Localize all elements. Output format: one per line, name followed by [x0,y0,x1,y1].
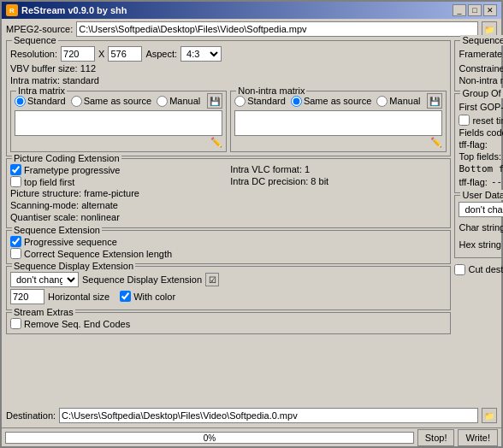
stream-extras-content: Remove Seq. End Codes [10,318,447,329]
top-fields-row: Top fields: [459,151,503,162]
user-data-title: User Data [460,190,503,200]
non-intra-standard-radio-input[interactable] [234,96,246,107]
stream-extras-title: Stream Extras [12,307,75,317]
title-bar: R ReStream v0.9.0 by shh _ □ ✕ [2,2,501,19]
cut-label: Cut destination at Sequence: [468,264,503,274]
non-intra-load-button[interactable]: 💾 [427,93,442,109]
remove-checkbox[interactable] [10,318,21,329]
intra-same-radio-input[interactable] [71,96,82,107]
progress-text: 0% [6,433,413,445]
destination-input[interactable] [59,408,478,423]
display-enable-button[interactable]: ☑ [205,273,219,286]
non-intra-edit-icon[interactable]: ✏️ [430,137,442,147]
horizontal-label: Horizontal size [48,292,109,302]
picture-coding-left: Frametype progressive top field first [10,164,227,188]
sequence-display-group: Sequence Display Extension don't change … [6,266,451,310]
destination-row: Destination: 📁 [6,408,497,423]
bottom-fields-label: Bottom fields: IBBPBBPBBP [459,163,503,174]
intra-standard-radio-input[interactable] [15,96,26,107]
minimize-button[interactable]: _ [453,4,466,16]
stop-button[interactable]: Stop! [417,429,455,446]
write-button[interactable]: Write! [458,429,498,446]
mpeg-source-input[interactable] [76,21,478,37]
user-data-group: User Data don't change User Data ☑ [454,195,503,258]
char-row: Char string [459,220,503,235]
topfield-label: top field first [24,177,74,187]
window-title: ReStream v0.9.0 by shh [21,5,127,15]
sequence-extension-content: Progressive sequence Correct Sequence Ex… [10,236,447,259]
main-window: R ReStream v0.9.0 by shh _ □ ✕ MPEG2-sou… [0,0,503,448]
app-icon: R [6,4,18,16]
aspect-select[interactable]: 4:3 16:9 1:1 [180,46,222,62]
gop-group: Group Of Pictures First GOP-timestamp: h… [454,93,503,193]
picture-coding-group: Picture Coding Extension Frametype progr… [6,158,451,228]
sequence-display-content: don't change Sequence Display Extension … [10,272,447,304]
intra-edit-icon[interactable]: ✏️ [210,137,222,147]
display-check-icon: ☑ [209,275,216,285]
intra-load-icon: 💾 [210,97,220,106]
sequence-content: Resolution: X Aspect: 4:3 16:9 1:1 [10,46,447,152]
non-intra-same-radio: Same as source [291,96,371,107]
intra-matrix-group: Intra matrix Standard Same a [10,87,227,152]
correct-checkbox[interactable] [10,248,21,259]
progressive-checkbox[interactable] [10,236,21,247]
sequence-display-title: Sequence Display Extension [12,261,135,271]
destination-browse-button[interactable]: 📁 [482,408,497,423]
close-button[interactable]: ✕ [483,4,497,16]
topfield-checkbox[interactable] [10,176,21,187]
resolution-y-input[interactable] [108,46,142,62]
tff-flag-label: tff-flag: [459,139,487,150]
non-intra-same-label: Same as source [304,96,371,106]
display-row2: Horizontal size With color [10,289,447,304]
non-intra-standard-label: Standard [247,96,286,106]
picture-structure-label: Picture structure: frame-picture [10,188,139,198]
intra-load-button[interactable]: 💾 [207,93,222,109]
topfield-row: top field first [10,176,227,187]
sequence-extension-title: Sequence Extension [12,225,102,235]
non-intra-matrix-group: Non-intra matrix Standard Sa [230,87,447,152]
picture-coding-right: Intra VLC format: 1 Intra DC precision: … [230,164,447,188]
intra-same-radio: Same as source [71,96,151,107]
framerate-label: Framerate: [459,49,503,59]
progressive-label: Progressive sequence [24,237,117,247]
scanning-label: Scanning-mode: alternate [10,200,118,210]
title-buttons: _ □ ✕ [453,4,497,16]
display-select[interactable]: don't change [10,272,79,287]
display-row1: don't change Sequence Display Extension … [10,272,447,287]
resolution-row: Resolution: X Aspect: 4:3 16:9 1:1 [10,46,447,62]
cut-row: Cut destination at Sequence: [454,262,503,277]
non-intra-same-radio-input[interactable] [291,96,302,107]
cut-checkbox[interactable] [454,264,465,275]
hex-row: Hex string [459,237,503,252]
top-fields-label: Top fields: [459,151,501,162]
user-data-select[interactable]: don't change [459,202,503,217]
main-content: MPEG2-source: 📁 Sequence Resolution: [2,19,501,427]
intra-same-label: Same as source [84,96,151,106]
stream-extras-right: Cut destination at Sequence: [454,262,503,278]
resolution-label: Resolution: [10,49,57,59]
horizontal-size-input[interactable] [10,289,44,304]
remove-row: Remove Seq. End Codes [10,318,447,329]
non-intra-label: Non-intra matrix: manual [459,75,503,85]
folder-icon: 📁 [484,25,494,34]
resolution-x-input[interactable] [61,46,95,62]
destination-label: Destination: [6,410,56,421]
tff-flag2-label: tff-flag: [459,177,487,187]
vbv-row: VBV buffer size: 112 [10,63,447,74]
intra-manual-radio: Manual [157,96,200,107]
user-data-row1: don't change User Data ☑ [459,201,503,218]
maximize-button[interactable]: □ [468,4,482,16]
quantiser-label: Quantiser scale: nonlinear [10,212,120,222]
with-color-checkbox[interactable] [120,291,131,302]
intra-manual-label: Manual [169,96,200,106]
reset-checkbox[interactable] [459,115,470,126]
intra-matrix-label: Intra matrix: standard [10,75,99,85]
picture-coding-title: Picture Coding Extension [12,153,121,163]
sequence-title: Sequence [12,35,58,45]
sequence-right-title: Sequence [460,35,503,45]
non-intra-manual-radio-input[interactable] [376,96,388,107]
frametype-checkbox[interactable] [10,164,21,175]
mpeg-source-label: MPEG2-source: [6,24,73,34]
intra-manual-radio-input[interactable] [157,96,168,107]
reset-row: reset timestamps [459,115,503,126]
